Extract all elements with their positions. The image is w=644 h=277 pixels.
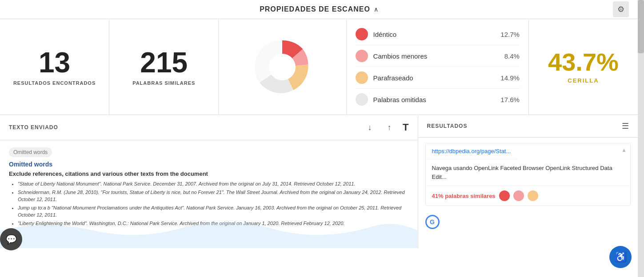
similar-words-block: 215 PALABRAS SIMILARES (109, 19, 219, 115)
right-panel: RESULTADOS ☰ https://dbpedia.org/page/St… (418, 115, 638, 248)
citation-item-0: "Statue of Liberty National Monument". N… (18, 181, 409, 187)
left-panel-header: TEXTO ENVIADO ↓ ↑ T (0, 115, 418, 140)
similarity-text: 41% palabras similares (432, 193, 496, 199)
settings-button[interactable]: ⚙ (613, 1, 629, 17)
left-panel: TEXTO ENVIADO ↓ ↑ T Omitted words Omitte… (0, 115, 418, 248)
legend-item-2: Parafraseado 14.9% (356, 67, 520, 89)
omitted-tag: Omitted words (9, 147, 52, 157)
legend-pct-3: 17.6% (500, 96, 520, 103)
legend-pct-0: 12.7% (500, 31, 520, 38)
match-percentage: 43.7% (548, 50, 619, 75)
accessibility-button[interactable]: ♿ (609, 246, 632, 268)
pie-chart (251, 36, 313, 98)
legend-dot-1 (356, 50, 368, 62)
results-found-block: 13 RESULTADOS ENCONTRADOS (0, 19, 109, 115)
result-card: https://dbpedia.org/page/Stat... ▲ Naveg… (425, 143, 631, 206)
legend-item-3: Palabras omitidas 17.6% (356, 89, 520, 110)
accessibility-icon: ♿ (615, 251, 627, 263)
header-arrow-icon: ∧ (374, 6, 378, 13)
content-subheading: Exclude references, citations and variou… (9, 170, 409, 177)
svg-point-0 (269, 54, 296, 80)
result-card-footer: 41% palabras similares (426, 186, 630, 206)
stats-row: 13 RESULTADOS ENCONTRADOS 215 PALABRAS S… (0, 19, 638, 115)
content-heading: Omitted words (9, 161, 409, 168)
identical-dot (499, 190, 510, 201)
chat-icon: 💬 (6, 234, 17, 245)
results-number: 13 (39, 48, 70, 77)
header-title: PROPIEDADES DE ESCANEO (260, 5, 370, 13)
legend-label-1: Cambios menores (373, 52, 504, 60)
legend-pct-1: 8.4% (504, 52, 520, 60)
left-content-area: Omitted words Omitted words Exclude refe… (0, 140, 418, 248)
minor-changes-dot (513, 190, 524, 201)
google-icon-area: G (418, 211, 638, 233)
google-icon: G (425, 215, 440, 229)
citation-item-1: Schneiderman, R.M. (June 28, 2010). "For… (18, 189, 409, 203)
legend-label-2: Parafraseado (373, 74, 501, 82)
scroll-up-button[interactable]: ↑ (383, 121, 396, 134)
header-row: PROPIEDADES DE ESCANEO ∧ ⚙ (0, 0, 638, 19)
scroll-down-button[interactable]: ↓ (364, 121, 376, 134)
legend-pct-2: 14.9% (500, 74, 520, 82)
results-label: RESULTADOS ENCONTRADOS (13, 80, 96, 86)
pie-chart-block (219, 19, 346, 115)
bottom-panel: TEXTO ENVIADO ↓ ↑ T Omitted words Omitte… (0, 115, 638, 248)
filter-button[interactable]: ☰ (622, 121, 629, 131)
result-card-text: Navega usando OpenLink Faceted Browser O… (426, 159, 630, 186)
scrollbar[interactable] (638, 0, 644, 277)
legend-dot-2 (356, 71, 368, 84)
paraphrase-dot (528, 190, 538, 201)
chat-button[interactable]: 💬 (0, 228, 22, 250)
similar-words-number: 215 (140, 48, 188, 77)
legend-dot-3 (356, 93, 368, 106)
match-label: CERILLA (568, 77, 599, 84)
legend-item-1: Cambios menores 8.4% (356, 45, 520, 67)
similar-words-label: PALABRAS SIMILARES (132, 80, 195, 86)
scrollbar-thumb[interactable] (638, 0, 644, 53)
text-size-button[interactable]: T (403, 122, 408, 133)
legend-block: Idéntico 12.7% Cambios menores 8.4% Para… (347, 19, 529, 115)
legend-label-0: Idéntico (373, 31, 501, 38)
right-panel-title: RESULTADOS (427, 123, 622, 129)
legend-label-3: Palabras omitidas (373, 96, 501, 103)
legend-item-0: Idéntico 12.7% (356, 24, 520, 45)
wave-decoration (0, 213, 418, 248)
result-url[interactable]: https://dbpedia.org/page/Stat... (426, 143, 517, 159)
match-block: 43.7% CERILLA (529, 19, 638, 115)
right-panel-header: RESULTADOS ☰ (418, 115, 638, 138)
scroll-up-arrow[interactable]: ▲ (621, 147, 627, 153)
left-panel-title: TEXTO ENVIADO (9, 124, 356, 131)
legend-dot-0 (356, 28, 368, 40)
